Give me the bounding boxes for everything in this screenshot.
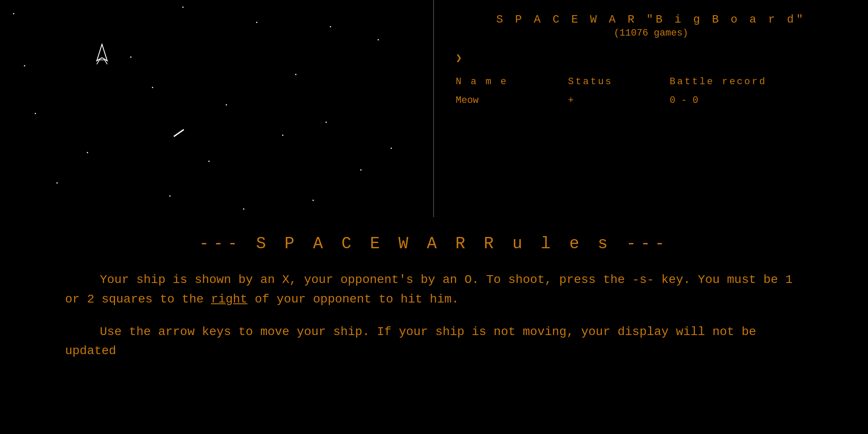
rules-paragraph-1: Your ship is shown by an X, your opponen… [65,270,803,309]
scoreboard-panel: S P A C E W A R "B i g B o a r d" (11076… [434,0,868,217]
star [391,148,392,149]
game-panel [0,0,434,217]
star [326,122,327,123]
star [169,195,171,197]
spaceship [93,43,111,68]
col-status-header: Status [568,73,670,91]
star [208,161,210,162]
player-name: Meow [456,91,568,110]
star [13,13,14,14]
star [56,182,58,184]
star [182,7,184,8]
star [360,169,362,171]
star [312,200,314,201]
rules-text: Your ship is shown by an X, your opponen… [65,270,803,361]
rules-paragraph-2: Use the arrow keys to move your ship. If… [65,322,803,362]
player-battle-record: 0 - 0 [670,91,846,110]
star [295,74,296,75]
col-name-header: N a m e [456,73,568,91]
scoreboard-table: N a m e Status Battle record Meow + 0 - … [456,73,846,110]
star [243,208,244,210]
col-battle-header: Battle record [670,73,846,91]
table-header-row: N a m e Status Battle record [456,73,846,91]
scoreboard-title: S P A C E W A R "B i g B o a r d" [456,13,846,26]
table-row: Meow + 0 - 0 [456,91,846,110]
bottom-panel: --- S P A C E W A R R u l e s --- Your s… [0,217,868,434]
rules-title: --- S P A C E W A R R u l e s --- [35,234,833,253]
player-status: + [568,91,670,110]
star [330,26,331,27]
star [378,39,379,40]
scoreboard-arrow: ❯ [456,52,846,64]
star [35,113,36,114]
right-word: right [211,293,247,306]
top-row: S P A C E W A R "B i g B o a r d" (11076… [0,0,868,217]
star [282,135,283,136]
scoreboard-subtitle: (11076 games) [456,28,846,39]
star [256,22,257,23]
torpedo [174,129,184,137]
star [87,152,88,153]
star [24,65,25,66]
star [226,104,227,105]
star [152,87,153,88]
star [130,56,132,58]
svg-marker-0 [97,44,107,61]
